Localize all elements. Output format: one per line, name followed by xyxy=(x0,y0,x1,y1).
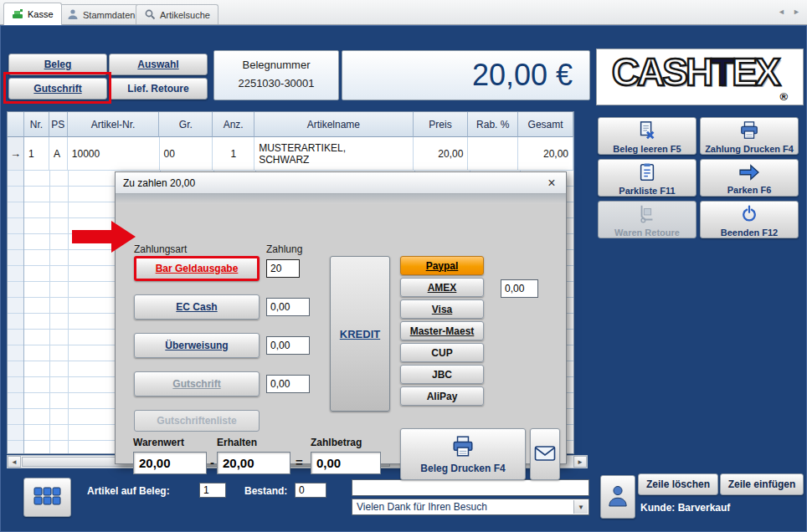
menu-grid-button[interactable] xyxy=(23,478,71,517)
master-maestro-button[interactable]: Master-Maest xyxy=(400,321,484,340)
gutschrift-payment-button[interactable]: Gutschrift xyxy=(134,371,260,396)
tab-scroll-left-icon[interactable]: ◄ xyxy=(778,8,785,16)
printer-icon xyxy=(739,120,759,142)
cell-nr: 1 xyxy=(24,137,49,171)
cell-anz: 1 xyxy=(213,137,254,171)
column-header-artikel-nr: Artikel-Nr. xyxy=(68,112,160,137)
cell-gr: 00 xyxy=(160,137,213,171)
bar-amount-input[interactable] xyxy=(266,259,300,278)
amex-button[interactable]: AMEX xyxy=(400,278,484,297)
tab-label: Kasse xyxy=(28,9,54,19)
total-display: 20,00 € xyxy=(342,50,590,100)
cup-button[interactable]: CUP xyxy=(400,343,484,362)
document-clear-icon xyxy=(637,120,657,142)
jbc-button[interactable]: JBC xyxy=(400,365,484,384)
arrow-right-icon xyxy=(738,163,761,183)
annotation-arrow-head xyxy=(111,221,136,253)
artikelname-text: MUSTERARTIKEL, SCHWARZ xyxy=(259,142,352,166)
email-receipt-button[interactable] xyxy=(530,428,560,480)
tab-artikelsuche[interactable]: Artikelsuche xyxy=(136,4,218,24)
tab-label: Artikelsuche xyxy=(160,10,210,20)
erhalten-label: Erhalten xyxy=(217,437,257,448)
person-icon xyxy=(67,8,79,22)
zeile-loeschen-button[interactable]: Zeile löschen xyxy=(638,473,718,495)
scroll-right-icon[interactable]: ► xyxy=(573,456,587,468)
cell-preis: 20,00 xyxy=(414,137,469,171)
row-selector-header xyxy=(8,112,24,137)
logo-text: CASHTEX® xyxy=(612,53,788,102)
annotation-box-gutschrift xyxy=(3,72,111,104)
gutschriftenliste-button[interactable]: Gutschriftenliste xyxy=(134,410,260,432)
erhalten-value[interactable]: 20,00 xyxy=(217,452,290,474)
bestand-input[interactable] xyxy=(295,483,326,498)
zahlungsart-label: Zahlungsart xyxy=(134,243,187,255)
cell-rab xyxy=(468,137,518,171)
waren-retoure-button[interactable]: Waren Retoure xyxy=(598,201,696,238)
column-header-nr: Nr. xyxy=(24,112,49,137)
grid-icon xyxy=(33,486,62,509)
kredit-button[interactable]: KREDIT xyxy=(330,256,390,412)
tab-kasse[interactable]: Kasse xyxy=(3,3,62,25)
kunde-label: Kunde: Barverkauf xyxy=(640,502,730,514)
zeile-einfuegen-button[interactable]: Zeile einfügen xyxy=(720,473,804,495)
beleg-drucken-button[interactable]: Beleg Drucken F4 xyxy=(400,428,526,480)
parken-button[interactable]: Parken F6 xyxy=(700,159,799,197)
cell-gesamt: 20,00 xyxy=(518,137,573,171)
paypal-button[interactable]: Paypal xyxy=(400,256,484,275)
logo-part: CASH xyxy=(612,50,711,94)
receipt-number-value: 2251030-30001 xyxy=(214,77,338,90)
customer-button[interactable] xyxy=(600,475,635,519)
ec-amount-input[interactable] xyxy=(266,298,310,316)
parkliste-button[interactable]: Parkliste F11 xyxy=(598,159,696,197)
button-label: Beleg leeren F5 xyxy=(613,144,681,154)
cashtex-window: Kasse Stammdaten Artikelsuche ◄ ► Beleg … xyxy=(0,0,807,532)
message-input[interactable] xyxy=(352,479,589,496)
tab-scroll-right-icon[interactable]: ► xyxy=(793,8,800,16)
cell-artikel-nr: 10000 xyxy=(68,137,160,171)
gutschrift-amount-input[interactable] xyxy=(266,375,310,393)
minus-sign: - xyxy=(210,455,214,469)
envelope-icon xyxy=(534,444,556,465)
artikel-count-input[interactable] xyxy=(199,483,226,498)
scroll-left-icon[interactable]: ◄ xyxy=(8,456,21,468)
table-row[interactable]: → 1 A 10000 00 1 MUSTERARTIKEL, SCHWARZ … xyxy=(8,137,573,171)
table-header: Nr. PS Artikel-Nr. Gr. Anz. Artikelname … xyxy=(8,112,573,137)
tab-label: Stammdaten xyxy=(83,10,135,20)
zahlbetrag-value[interactable]: 0,00 xyxy=(311,452,381,474)
warenwert-value[interactable]: 20,00 xyxy=(133,452,207,474)
card-amount-input[interactable] xyxy=(501,279,538,298)
auswahl-button[interactable]: Auswahl xyxy=(109,54,208,75)
tab-bar: Kasse Stammdaten Artikelsuche ◄ ► xyxy=(0,0,807,25)
visa-button[interactable]: Visa xyxy=(400,299,484,319)
tab-stammdaten[interactable]: Stammdaten xyxy=(59,4,143,24)
beenden-button[interactable]: Beenden F12 xyxy=(700,201,799,238)
lief-retoure-button[interactable]: Lief. Retoure xyxy=(109,78,208,100)
beleg-leeren-button[interactable]: Beleg leeren F5 xyxy=(598,117,696,155)
alipay-button[interactable]: AliPay xyxy=(400,386,484,406)
clipboard-list-icon xyxy=(637,162,657,184)
zahlbetrag-label: Zahlbetrag xyxy=(311,437,362,448)
greeting-dropdown[interactable]: Vielen Dank für Ihren Besuch ▼ xyxy=(352,499,589,515)
button-label: Parken F6 xyxy=(727,185,772,195)
zahlung-label: Zahlung xyxy=(266,243,302,255)
greeting-text: Vielen Dank für Ihren Besuch xyxy=(357,501,487,513)
power-icon xyxy=(739,204,759,226)
receipt-number-label: Belegnummer xyxy=(214,59,338,71)
ec-cash-button[interactable]: EC Cash xyxy=(134,294,260,320)
dialog-title: Zu zahlen 20,00 xyxy=(123,177,195,189)
zahlung-drucken-button[interactable]: Zahlung Drucken F4 xyxy=(700,117,799,155)
bar-geldausgabe-button[interactable]: Bar Geldausgabe xyxy=(134,256,260,281)
logo-part: T xyxy=(711,50,732,94)
button-label: Beleg Drucken F4 xyxy=(420,463,505,474)
ueberweisung-button[interactable]: Überweisung xyxy=(134,333,260,358)
close-icon[interactable]: × xyxy=(544,176,559,191)
cell-artikelname: MUSTERARTIKEL, SCHWARZ xyxy=(254,137,413,171)
button-label: Beenden F12 xyxy=(721,228,778,238)
dialog-gradient-strip xyxy=(116,194,566,204)
bestand-label: Bestand: xyxy=(244,485,287,497)
ueberweisung-amount-input[interactable] xyxy=(266,336,310,355)
current-row-marker: → xyxy=(8,137,24,171)
annotation-arrow xyxy=(72,230,111,243)
search-icon xyxy=(144,8,156,22)
logo-part: EX xyxy=(732,50,778,94)
